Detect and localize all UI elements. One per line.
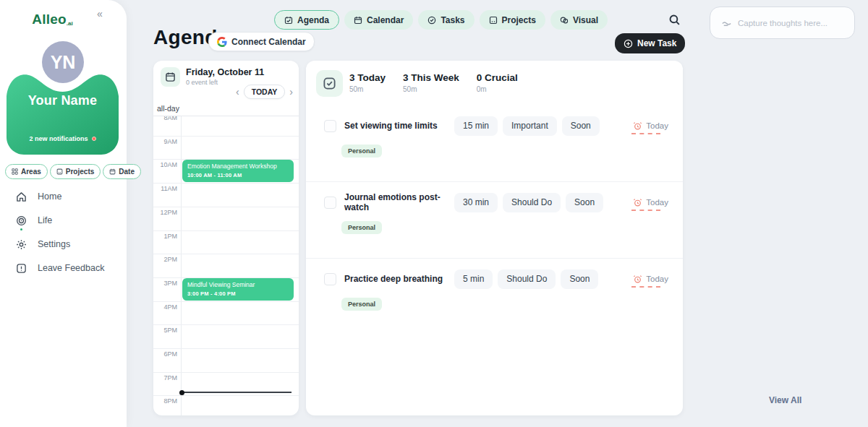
capture-thoughts-input[interactable]: [738, 19, 846, 27]
notifications[interactable]: 2 new notifications: [7, 135, 119, 142]
task-tag[interactable]: Personal: [341, 145, 382, 158]
task-pills: 15 min Important Soon: [454, 116, 600, 136]
sidebar-item-life[interactable]: Life: [16, 215, 104, 226]
task-checkbox[interactable]: [324, 273, 336, 285]
hour-row: 12PM: [153, 207, 299, 230]
task-duration-pill[interactable]: 15 min: [454, 116, 498, 136]
sidebar-filters: Areas Projects Date: [5, 164, 141, 179]
prev-day-button[interactable]: ‹: [236, 85, 239, 98]
filter-areas-button[interactable]: Areas: [5, 164, 48, 179]
filter-date-button[interactable]: Date: [103, 164, 141, 179]
calendar-event[interactable]: Mindful Viewing Seminar 3:00 PM - 4:00 P…: [182, 278, 294, 301]
sidebar-item-leave-feedback[interactable]: Leave Feedback: [16, 262, 104, 274]
notification-dot-icon: [92, 137, 96, 141]
task-urgency-pill[interactable]: Soon: [562, 116, 600, 136]
feedback-icon: [16, 263, 27, 274]
task-row[interactable]: Set viewing time limits 15 min Important…: [306, 105, 683, 182]
hour-label: 6PM: [153, 349, 177, 358]
hour-label: 10AM: [153, 160, 177, 168]
tab-visual[interactable]: Visual: [550, 10, 608, 30]
calendar-event[interactable]: Emotion Management Workshop 10:00 AM - 1…: [182, 160, 294, 182]
task-duration-pill[interactable]: 5 min: [454, 269, 493, 289]
task-urgency-pill[interactable]: Soon: [566, 193, 603, 212]
projects-icon: [56, 168, 63, 175]
task-tag[interactable]: Personal: [341, 221, 382, 234]
task-row[interactable]: Journal emotions post-watch 30 min Shoul…: [306, 182, 683, 259]
connect-calendar-button[interactable]: Connect Calendar: [208, 32, 315, 51]
check-square-icon: [323, 77, 336, 90]
hour-label: 3PM: [153, 278, 177, 287]
task-due[interactable]: Today: [633, 275, 668, 284]
filter-label: Date: [119, 168, 135, 176]
alarm-icon: [633, 121, 642, 131]
tab-label: Calendar: [367, 15, 404, 25]
capture-thoughts-box[interactable]: [710, 7, 855, 39]
next-day-button[interactable]: ›: [289, 85, 293, 98]
task-priority-pill[interactable]: Important: [503, 116, 557, 136]
plus-circle-icon: [624, 39, 633, 48]
tab-label: Tasks: [441, 15, 464, 25]
filter-label: Projects: [66, 168, 94, 176]
brand-suffix: .ai: [67, 20, 73, 27]
connect-calendar-label: Connect Calendar: [231, 37, 306, 47]
event-time: 10:00 AM - 11:00 AM: [187, 172, 289, 178]
hour-label: 11AM: [153, 184, 177, 192]
task-priority-pill[interactable]: Should Do: [498, 269, 556, 289]
sidebar-item-label: Settings: [38, 239, 70, 249]
current-time-line: [181, 392, 292, 393]
tab-agenda[interactable]: Agenda: [274, 10, 339, 30]
stat-value: 3 Today: [349, 72, 386, 83]
new-task-button[interactable]: New Task: [615, 33, 685, 53]
task-urgency-pill[interactable]: Soon: [561, 269, 598, 289]
stat-sub: 50m: [403, 85, 459, 93]
sidebar-item-settings[interactable]: Settings: [16, 238, 104, 250]
notifications-label: 2 new notifications: [29, 135, 88, 142]
tab-label: Agenda: [297, 15, 329, 25]
sidebar-collapse-icon[interactable]: «: [97, 8, 103, 20]
task-checkbox[interactable]: [324, 120, 336, 132]
calendar-date-title: Friday, October 11: [186, 67, 264, 77]
alarm-icon: [633, 275, 642, 284]
areas-icon: [12, 168, 18, 175]
tab-tasks[interactable]: Tasks: [418, 10, 474, 30]
time-grid[interactable]: all-day Emotion Management Workshop 10:0…: [153, 102, 299, 415]
tab-projects[interactable]: Projects: [480, 10, 545, 30]
hour-label: 7PM: [153, 373, 177, 381]
visual-icon: [560, 16, 569, 25]
life-icon: [16, 215, 27, 226]
tasks-icon: [427, 16, 436, 25]
task-row[interactable]: Practice deep breathing 5 min Should Do …: [306, 259, 683, 335]
stat-value: 3 This Week: [403, 72, 459, 83]
scribble-icon: [721, 17, 732, 28]
view-all-link[interactable]: View All: [769, 395, 801, 405]
task-priority-pill[interactable]: Should Do: [503, 193, 561, 212]
task-pills: 5 min Should Do Soon: [454, 269, 598, 289]
task-due-label: Today: [646, 275, 668, 283]
calendar-icon: [165, 72, 176, 82]
gear-icon: [16, 239, 27, 250]
task-checkbox[interactable]: [324, 197, 336, 209]
today-button[interactable]: TODAY: [244, 85, 286, 99]
current-time-dot: [179, 390, 184, 395]
task-due[interactable]: Today: [633, 198, 668, 207]
filter-projects-button[interactable]: Projects: [50, 164, 101, 179]
tab-calendar[interactable]: Calendar: [344, 10, 413, 30]
stat-value: 0 Crucial: [477, 72, 518, 83]
agenda-icon: [284, 16, 293, 25]
task-title: Set viewing time limits: [344, 121, 454, 131]
hour-label: 9AM: [153, 137, 177, 145]
task-due[interactable]: Today: [633, 121, 668, 131]
new-task-label: New Task: [637, 38, 676, 48]
alarm-icon: [633, 198, 642, 207]
task-tag[interactable]: Personal: [341, 298, 382, 311]
avatar[interactable]: YN: [42, 41, 84, 83]
task-duration-pill[interactable]: 30 min: [454, 193, 498, 212]
sidebar-item-home[interactable]: Home: [16, 191, 104, 202]
task-list: Set viewing time limits 15 min Important…: [306, 105, 683, 335]
hour-row: 4PM: [153, 301, 299, 325]
stat-sub: 50m: [349, 85, 386, 93]
search-button[interactable]: [668, 14, 683, 28]
search-icon: [668, 14, 681, 26]
hour-label: 12PM: [153, 207, 177, 216]
hour-row: 5PM: [153, 324, 299, 348]
